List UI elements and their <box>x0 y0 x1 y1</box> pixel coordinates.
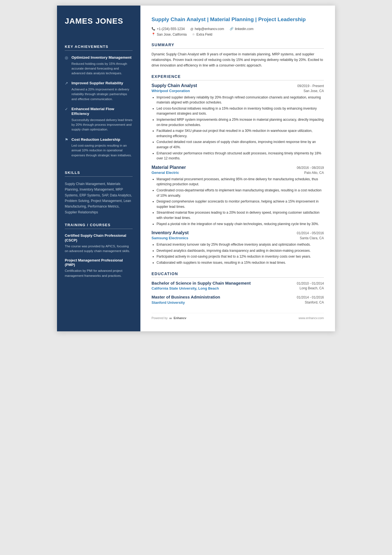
bullet-item: Enhanced inventory turnover rate by 25% … <box>157 242 324 247</box>
achievement-desc: Achieved a 20% improvement in delivery r… <box>65 87 133 102</box>
bullet-item: Implemented MRP system improvements driv… <box>157 117 324 127</box>
edu-date: 01/2010 - 01/2014 <box>297 282 324 285</box>
experience-entry: Material Planner 06/2016 - 08/2019 Gener… <box>152 165 324 226</box>
achievement-icon: ✓ <box>65 107 69 111</box>
achievement-item: ⚑ Cost Reduction Leadership Led cost-sav… <box>65 137 133 158</box>
experience-entry: Inventory Analyst 01/2014 - 05/2016 Sams… <box>152 230 324 265</box>
summary-text: Dynamic Supply Chain Analyst with 9 year… <box>152 51 324 68</box>
exp-company: General Electric <box>152 171 179 175</box>
candidate-name: JAMES JONES <box>65 17 133 26</box>
exp-location: Santa Clara, CA <box>300 236 324 240</box>
training-section-title: TRAINING / COURSES <box>65 223 133 229</box>
training-desc: Certification by PMI for advanced projec… <box>65 268 133 278</box>
education-list: Bachelor of Science in Supply Chain Mana… <box>152 280 324 305</box>
exp-bullets: Managed material procurement processes, … <box>152 177 324 226</box>
extra-contact: ☆ Extra Field <box>192 33 212 36</box>
exp-title: Material Planner <box>152 165 186 170</box>
linkedin-icon: 🔗 <box>230 27 234 31</box>
achievement-desc: Successfully decreased delivery lead tim… <box>65 118 133 132</box>
edu-school: California State University, Long Beach <box>152 286 219 290</box>
achievement-title: Optimized Inventory Management <box>71 55 132 60</box>
bullet-item: Conducted detailed root cause analyses o… <box>157 139 324 150</box>
exp-date: 01/2014 - 05/2016 <box>297 231 324 235</box>
exp-date: 09/2019 - Present <box>297 84 324 88</box>
sidebar: JAMES JONES KEY ACHIEVEMENTS ◎ Optimized… <box>57 6 140 331</box>
training-desc: The course was provided by APICS, focusi… <box>65 244 133 254</box>
achievement-icon: ↗ <box>65 81 69 85</box>
edu-location: Long Beach, CA <box>300 286 324 290</box>
edu-degree: Bachelor of Science in Supply Chain Mana… <box>152 280 251 286</box>
experience-section-title: EXPERIENCE <box>152 74 324 80</box>
education-entry: Bachelor of Science in Supply Chain Mana… <box>152 280 324 291</box>
location-contact: 📍 San Jose, California <box>152 33 187 36</box>
extra-text: Extra Field <box>196 33 212 36</box>
education-section-title: EDUCATION <box>152 272 324 278</box>
training-title: Project Management Professional (PMP) <box>65 258 133 268</box>
footer-left: Powered by ∞ Enhancv <box>152 316 186 320</box>
experience-list: Supply Chain Analyst 09/2019 - Present W… <box>152 83 324 265</box>
exp-bullets: Improved supplier delivery reliability b… <box>152 95 324 161</box>
bullet-item: Improved supplier delivery reliability b… <box>157 95 324 105</box>
education-entry: Master of Business Administration 01/201… <box>152 294 324 305</box>
linkedin-contact: 🔗 linkedin.com <box>230 27 254 31</box>
training-list: Certified Supply Chain Professional (CSC… <box>65 233 133 283</box>
skills-text: Supply Chain Management, Materials Plann… <box>65 181 133 215</box>
achievement-item: ↗ Improved Supplier Reliability Achieved… <box>65 81 133 101</box>
bullet-item: Played a pivotal role in the integration… <box>157 221 324 227</box>
achievement-desc: Led cost-saving projects resulting in an… <box>65 143 133 158</box>
achievement-title: Improved Supplier Reliability <box>71 81 123 86</box>
bullet-item: Managed material procurement processes, … <box>157 177 324 187</box>
training-item: Certified Supply Chain Professional (CSC… <box>65 233 133 253</box>
main-title: Supply Chain Analyst | Material Planning… <box>152 16 324 23</box>
powered-by-text: Powered by <box>152 316 168 320</box>
exp-company: Whirlpool Corporation <box>152 89 190 93</box>
achievement-icon: ⚑ <box>65 137 69 142</box>
exp-location: Palo Alto, CA <box>304 171 324 175</box>
training-item: Project Management Professional (PMP) Ce… <box>65 258 133 278</box>
achievement-item: ✓ Enhanced Material Flow Efficiency Succ… <box>65 107 133 132</box>
location-icon: 📍 <box>152 33 155 36</box>
star-icon: ☆ <box>192 33 195 36</box>
exp-date: 06/2016 - 08/2019 <box>297 166 324 170</box>
bullet-item: Designed comprehensive supplier scorecar… <box>157 199 324 209</box>
resume-wrapper: JAMES JONES KEY ACHIEVEMENTS ◎ Optimized… <box>57 6 335 331</box>
contact-row-2: 📍 San Jose, California ☆ Extra Field <box>152 33 324 36</box>
bullet-item: Enhanced vendor performance metrics thro… <box>157 151 324 161</box>
footer-logo: Enhancv <box>173 316 186 320</box>
email-contact: @ help@enhancv.com <box>190 27 224 31</box>
bullet-item: Streamlined material flow processes lead… <box>157 210 324 220</box>
experience-entry: Supply Chain Analyst 09/2019 - Present W… <box>152 83 324 161</box>
location-text: San Jose, California <box>157 33 187 36</box>
exp-title: Supply Chain Analyst <box>152 83 197 88</box>
footer-bar: Powered by ∞ Enhancv www.enhancv.com <box>152 313 324 320</box>
achievements-section-title: KEY ACHIEVEMENTS <box>65 45 133 51</box>
bullet-item: Led cross-functional initiatives resulti… <box>157 106 324 116</box>
email-text: help@enhancv.com <box>195 27 224 31</box>
main-content: Supply Chain Analyst | Material Planning… <box>140 6 335 331</box>
phone-icon: 📞 <box>152 27 155 31</box>
exp-bullets: Enhanced inventory turnover rate by 25% … <box>152 242 324 265</box>
bullet-item: Facilitated a major SKU phase-out projec… <box>157 128 324 139</box>
achievement-item: ◎ Optimized Inventory Management Reduced… <box>65 55 133 76</box>
skills-section-title: SKILLS <box>65 171 133 177</box>
edu-school: Stanford University <box>152 300 185 305</box>
bullet-item: Collaborated with suppliers to resolve i… <box>157 260 324 265</box>
training-title: Certified Supply Chain Professional (CSC… <box>65 233 133 243</box>
phone-contact: 📞 +1-(234)-555-1234 <box>152 27 185 31</box>
phone-text: +1-(234)-555-1234 <box>157 27 185 31</box>
achievement-icon: ◎ <box>65 55 69 60</box>
linkedin-text: linkedin.com <box>235 27 254 31</box>
exp-company: Samsung Electronics <box>152 236 188 240</box>
contact-row-1: 📞 +1-(234)-555-1234 @ help@enhancv.com 🔗… <box>152 27 324 31</box>
bullet-item: Participated actively in cost-saving pro… <box>157 254 324 259</box>
achievement-desc: Reduced holding costs by 15% through acc… <box>65 61 133 76</box>
achievement-title: Enhanced Material Flow Efficiency <box>71 107 133 116</box>
summary-section-title: SUMMARY <box>152 43 324 49</box>
footer-website: www.enhancv.com <box>299 316 324 320</box>
exp-title: Inventory Analyst <box>152 230 189 235</box>
bullet-item: Coordinated cross-departmental efforts t… <box>157 188 324 198</box>
edu-location: Stanford, CA <box>305 300 324 305</box>
edu-date: 01/2014 - 01/2016 <box>297 295 324 299</box>
email-icon: @ <box>190 27 193 31</box>
exp-location: San Jose, CA <box>304 89 324 93</box>
